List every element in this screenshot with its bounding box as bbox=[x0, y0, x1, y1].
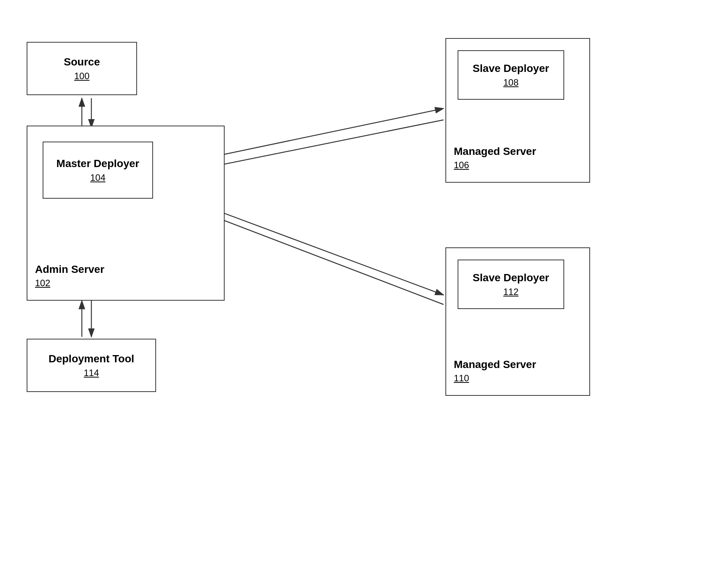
source-box: Source 100 bbox=[27, 42, 137, 95]
slave-deployer-bottom-box: Slave Deployer 112 bbox=[458, 260, 564, 309]
slave-deployer-top-number: 108 bbox=[503, 77, 519, 88]
admin-server-label: Admin Server bbox=[35, 263, 104, 276]
slave-deployer-top-label: Slave Deployer bbox=[473, 62, 549, 75]
master-deployer-box: Master Deployer 104 bbox=[43, 142, 153, 199]
admin-server-number: 102 bbox=[35, 278, 50, 288]
source-number: 100 bbox=[74, 71, 89, 81]
managed-server-bottom-box: Slave Deployer 112 Managed Server 110 bbox=[445, 247, 590, 396]
managed-server-bottom-number: 110 bbox=[454, 373, 469, 384]
master-deployer-number: 104 bbox=[90, 172, 105, 183]
slave-deployer-bottom-number: 112 bbox=[503, 287, 519, 297]
slave-deployer-top-box: Slave Deployer 108 bbox=[458, 50, 564, 100]
deployment-tool-number: 114 bbox=[84, 368, 99, 378]
admin-server-box: Master Deployer 104 Admin Server 102 bbox=[27, 126, 225, 301]
deployment-tool-label: Deployment Tool bbox=[48, 352, 134, 365]
managed-server-top-box: Slave Deployer 108 Managed Server 106 bbox=[445, 38, 590, 183]
managed-server-top-number: 106 bbox=[454, 160, 469, 171]
slave-deployer-bottom-label: Slave Deployer bbox=[473, 271, 549, 284]
diagram-container: Source 100 Master Deployer 104 Admin Ser… bbox=[0, 0, 726, 588]
source-label: Source bbox=[64, 56, 100, 69]
managed-server-bottom-label: Managed Server bbox=[454, 359, 536, 371]
managed-server-top-label: Managed Server bbox=[454, 145, 536, 158]
deployment-tool-box: Deployment Tool 114 bbox=[27, 339, 156, 392]
master-deployer-label: Master Deployer bbox=[56, 157, 139, 170]
